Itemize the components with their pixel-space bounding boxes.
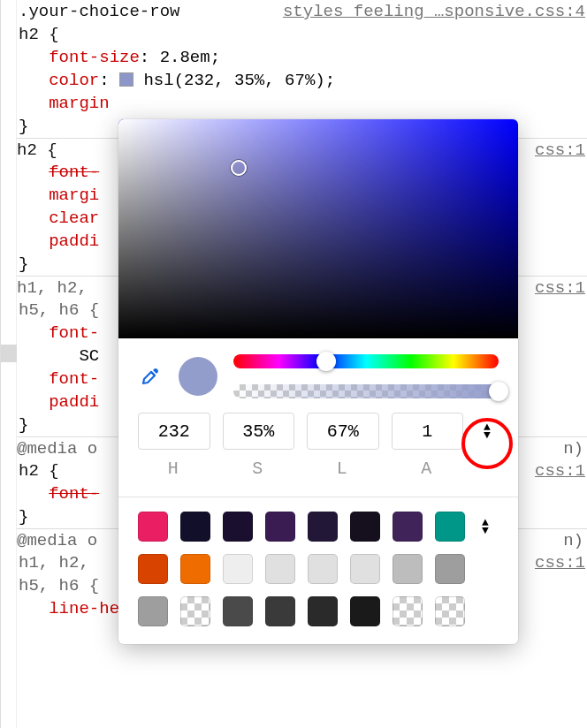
property-name[interactable]: font- bbox=[49, 484, 99, 504]
lightness-input[interactable] bbox=[307, 413, 379, 450]
sliders bbox=[233, 354, 499, 398]
declaration[interactable]: color: hsl(232, 35%, 67%); bbox=[19, 69, 587, 92]
property-name[interactable]: font- bbox=[49, 163, 99, 182]
source-link[interactable]: css:1 bbox=[535, 277, 587, 299]
palette-swatch[interactable] bbox=[308, 512, 338, 542]
palette-swatch[interactable] bbox=[435, 554, 465, 584]
palette-swatch[interactable] bbox=[350, 596, 380, 626]
rule-open: h2 { bbox=[19, 23, 587, 46]
gutter-mark bbox=[1, 345, 17, 362]
rule-header: .your-choice-row styles_feeling_…sponsiv… bbox=[19, 0, 587, 23]
gutter bbox=[1, 0, 17, 728]
alpha-input[interactable] bbox=[392, 413, 464, 450]
property-value[interactable]: 2.8em bbox=[160, 48, 210, 67]
palette-swatch[interactable] bbox=[265, 512, 295, 542]
color-preview bbox=[179, 357, 217, 396]
palette-swatch[interactable] bbox=[435, 596, 465, 626]
alpha-thumb[interactable] bbox=[489, 382, 508, 401]
declaration[interactable]: margin bbox=[19, 92, 587, 115]
palette-swatch[interactable] bbox=[435, 512, 465, 542]
source-link[interactable]: css:1 bbox=[535, 139, 587, 161]
palette-swatch[interactable] bbox=[265, 554, 295, 584]
palette-swatch[interactable] bbox=[393, 596, 423, 626]
property-name[interactable]: paddi bbox=[49, 231, 99, 251]
styles-pane: .your-choice-row styles_feeling_…sponsiv… bbox=[0, 0, 587, 728]
palette-swatch[interactable] bbox=[223, 512, 253, 542]
hue-slider[interactable] bbox=[233, 354, 499, 368]
hue-thumb[interactable] bbox=[316, 352, 336, 371]
saturation-input[interactable] bbox=[223, 413, 295, 450]
palette-swatch[interactable] bbox=[180, 596, 210, 626]
property-name[interactable]: margi bbox=[49, 186, 99, 205]
alpha-slider[interactable] bbox=[233, 384, 499, 398]
hsla-inputs: H S L A ▲ ▼ bbox=[118, 409, 518, 484]
palette-swatch[interactable] bbox=[138, 554, 168, 584]
palette-swatch[interactable] bbox=[308, 596, 338, 626]
palette-swatch[interactable] bbox=[180, 554, 210, 584]
sl-cursor[interactable] bbox=[231, 160, 247, 176]
hue-label: H bbox=[138, 459, 210, 479]
picker-mid-row bbox=[118, 338, 518, 409]
selector[interactable]: .your-choice-row bbox=[19, 2, 179, 21]
selector[interactable]: h1, h2, bbox=[17, 278, 88, 298]
declaration[interactable]: font-size: 2.8em; bbox=[19, 46, 587, 69]
palette-swatch[interactable] bbox=[393, 512, 423, 542]
property-name[interactable]: font- bbox=[49, 323, 99, 343]
palette-swatch[interactable] bbox=[180, 512, 210, 542]
palette-swatch[interactable] bbox=[265, 596, 295, 626]
source-link[interactable]: css:1 bbox=[535, 459, 587, 482]
color-picker: H S L A ▲ ▼ ▲▼ bbox=[118, 119, 518, 644]
source-link[interactable]: css:1 bbox=[535, 551, 587, 574]
palette-swatch[interactable] bbox=[393, 554, 423, 584]
swatch-palette: ▲▼ bbox=[118, 497, 518, 644]
hue-input[interactable] bbox=[138, 413, 210, 450]
palette-swatch[interactable] bbox=[350, 554, 380, 584]
chevron-down-icon: ▼ bbox=[477, 527, 493, 535]
palette-swatch[interactable] bbox=[138, 512, 168, 542]
palette-swatch[interactable] bbox=[138, 596, 168, 626]
property-name[interactable]: color bbox=[49, 71, 99, 90]
color-mode-toggle[interactable]: ▲ ▼ bbox=[476, 413, 499, 450]
lightness-label: L bbox=[307, 459, 379, 479]
chevron-down-icon: ▼ bbox=[484, 431, 491, 439]
property-name[interactable]: clear bbox=[49, 209, 99, 228]
palette-swatch[interactable] bbox=[223, 554, 253, 584]
property-name[interactable]: paddi bbox=[49, 392, 99, 412]
saturation-lightness-area[interactable] bbox=[118, 119, 518, 338]
property-name[interactable]: font-size bbox=[49, 48, 140, 67]
alpha-label: A bbox=[392, 459, 464, 479]
swatch-page-toggle[interactable]: ▲▼ bbox=[477, 519, 493, 535]
source-link[interactable]: styles_feeling_…sponsive.css:4 bbox=[283, 0, 587, 23]
property-value[interactable]: hsl(232, 35%, 67%) bbox=[143, 71, 324, 90]
color-swatch[interactable] bbox=[119, 72, 133, 87]
palette-swatch[interactable] bbox=[350, 512, 380, 542]
property-name[interactable]: font- bbox=[49, 369, 99, 389]
eyedropper-icon bbox=[140, 366, 161, 387]
saturation-label: S bbox=[223, 459, 295, 479]
palette-swatch[interactable] bbox=[308, 554, 338, 584]
property-name[interactable]: margin bbox=[49, 94, 109, 113]
palette-swatch[interactable] bbox=[223, 596, 253, 626]
eyedropper-button[interactable] bbox=[138, 364, 163, 389]
